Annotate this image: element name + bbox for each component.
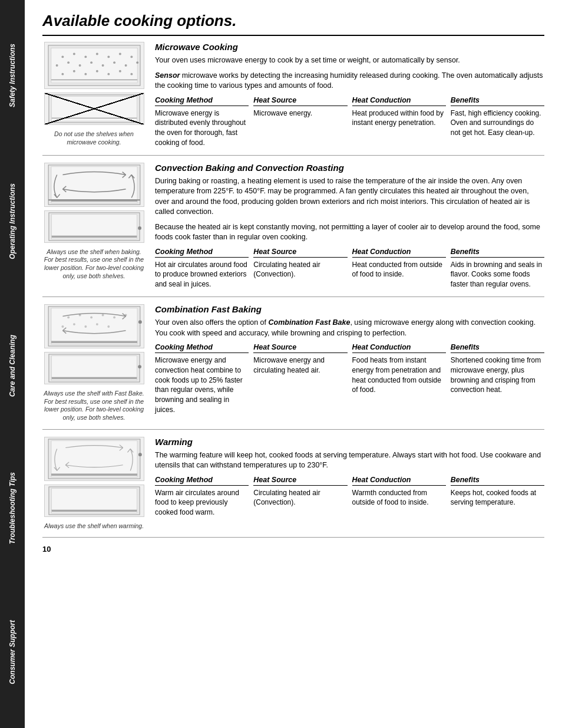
col-header-cm-w: Cooking Method: [155, 476, 249, 486]
svg-point-49: [84, 325, 87, 328]
microwave-caption: Do not use the shelves when microwave co…: [42, 130, 146, 146]
col-header-hc-cv: Heat Conduction: [352, 248, 446, 258]
section-warming: Always use the shelf when warming. Warmi…: [42, 437, 544, 538]
page-number: 10: [42, 545, 544, 554]
svg-point-4: [84, 55, 87, 58]
col-hs-cv: Circulating heated air (Convection).: [253, 260, 347, 289]
svg-point-21: [107, 73, 110, 75]
fastbake-oven-image: [44, 304, 144, 348]
svg-point-50: [95, 323, 98, 325]
microwave-content: Microwave Cooking Your oven uses microwa…: [155, 42, 544, 148]
section-microwave: Do not use the shelves when microwave co…: [42, 42, 544, 156]
sidebar-item-troubleshooting[interactable]: Troubleshooting Tips: [8, 467, 16, 549]
col-header-cm-mw: Cooking Method: [155, 96, 249, 106]
svg-rect-61: [51, 440, 137, 476]
svg-point-12: [90, 61, 92, 64]
svg-point-44: [101, 314, 104, 317]
col-header-b-w: Benefits: [451, 476, 544, 486]
convection-body2: Because the heated air is kept constantl…: [155, 222, 544, 243]
svg-point-47: [61, 325, 64, 328]
col-header-hc-w: Heat Conduction: [352, 476, 446, 486]
microwave-oven-image: [44, 42, 144, 89]
col-hs-mw: Microwave energy.: [253, 108, 347, 148]
svg-point-5: [95, 53, 98, 55]
svg-point-45: [113, 317, 115, 319]
col-b-mw: Fast, high efficiency cooking. Oven and …: [451, 108, 544, 148]
svg-point-13: [101, 64, 104, 67]
svg-point-16: [136, 61, 138, 64]
fastbake-table: Cooking Method Heat Source Heat Conducti…: [155, 343, 544, 415]
microwave-images: Do not use the shelves when microwave co…: [42, 42, 146, 148]
sidebar: Safety Instructions Operating Instructio…: [0, 0, 25, 728]
col-b-fb: Shortened cooking time from microwave en…: [451, 355, 544, 415]
col-header-hc-mw: Heat Conduction: [352, 96, 446, 106]
fastbake-heading: Combination Fast Baking: [155, 304, 544, 314]
svg-point-43: [90, 317, 92, 319]
col-hc-w: Warmth conducted from outside of food to…: [352, 488, 446, 518]
convection-oven-image: [44, 163, 144, 207]
sidebar-item-operating[interactable]: Operating Instructions: [8, 179, 16, 264]
col-b-w: Keeps hot, cooked foods at serving tempe…: [451, 488, 544, 518]
col-hc-mw: Heat produced within food by instant ene…: [352, 108, 446, 148]
svg-rect-37: [51, 236, 137, 238]
col-cm-cv: Hot air circulates around food to produc…: [155, 260, 249, 289]
col-b-cv: Aids in browning and seals in flavor. Co…: [451, 260, 544, 289]
svg-point-38: [138, 226, 141, 230]
svg-rect-56: [51, 356, 137, 380]
convection-images: Always use the shelf when baking. For be…: [42, 163, 146, 289]
col-cm-fb: Microwave energy and convection heat com…: [155, 355, 249, 415]
convection-table: Cooking Method Heat Source Heat Conducti…: [155, 248, 544, 289]
svg-point-8: [130, 55, 133, 58]
warming-body1: The warming feature will keep hot, cooke…: [155, 450, 544, 471]
svg-rect-26: [48, 95, 139, 123]
svg-rect-66: [51, 488, 137, 512]
fastbake-bold: Combination Fast Bake: [269, 318, 351, 327]
svg-point-18: [72, 70, 75, 73]
svg-point-3: [72, 53, 75, 55]
convection-caption: Always use the shelf when baking. For be…: [42, 248, 146, 281]
col-header-hc-fb: Heat Conduction: [352, 343, 446, 353]
col-hc-fb: Food heats from instant energy from pene…: [352, 355, 446, 415]
microwave-body2: Sensor microwave works by detecting the …: [155, 71, 544, 91]
col-cm-w: Warm air circulates around food to keep …: [155, 488, 249, 518]
microwave-heading: Microwave Cooking: [155, 42, 544, 52]
col-header-b-mw: Benefits: [451, 96, 544, 106]
sidebar-item-consumer[interactable]: Consumer Support: [8, 615, 16, 689]
fastbake-body1-pre: Your oven also offers the option of: [155, 318, 269, 327]
col-hc-cv: Heat conducted from outside of food to i…: [352, 260, 446, 289]
section-convection: Always use the shelf when baking. For be…: [42, 163, 544, 297]
fastbake-body1: Your oven also offers the option of Comb…: [155, 318, 544, 338]
svg-point-10: [67, 61, 70, 64]
svg-point-17: [61, 73, 64, 75]
svg-rect-1: [51, 48, 137, 83]
svg-rect-63: [51, 474, 137, 476]
col-header-cm-fb: Cooking Method: [155, 343, 249, 353]
warming-shelf-image: [44, 485, 144, 517]
sidebar-item-care[interactable]: Care and Cleaning: [8, 330, 16, 401]
col-header-hs-mw: Heat Source: [253, 96, 347, 106]
svg-rect-27: [51, 97, 137, 121]
col-header-cm-cv: Cooking Method: [155, 248, 249, 258]
svg-rect-53: [51, 341, 137, 343]
col-cm-mw: Microwave energy is distributed evenly t…: [155, 108, 249, 148]
svg-rect-68: [51, 510, 137, 512]
sidebar-item-safety[interactable]: Safety Instructions: [8, 39, 16, 112]
warming-heading: Warming: [155, 437, 544, 447]
svg-point-64: [138, 453, 141, 456]
page-title: Available cooking options.: [42, 12, 544, 36]
microwave-body2-rest: microwave works by detecting the increas…: [155, 71, 543, 90]
section-fastbake: Always use the shelf with Fast Bake. For…: [42, 304, 544, 430]
col-header-hs-w: Heat Source: [253, 476, 347, 486]
svg-point-20: [95, 70, 98, 73]
col-header-hs-fb: Heat Source: [253, 343, 347, 353]
convection-heading: Convection Baking and Convection Roastin…: [155, 163, 544, 173]
convection-content: Convection Baking and Convection Roastin…: [155, 163, 544, 289]
svg-point-59: [138, 365, 141, 368]
svg-point-2: [61, 55, 64, 58]
warming-images: Always use the shelf when warming.: [42, 437, 146, 531]
col-header-hs-cv: Heat Source: [253, 248, 347, 258]
svg-point-6: [107, 55, 110, 58]
microwave-no-shelf-image: [44, 93, 144, 125]
svg-point-22: [118, 70, 121, 73]
svg-rect-35: [51, 214, 137, 238]
